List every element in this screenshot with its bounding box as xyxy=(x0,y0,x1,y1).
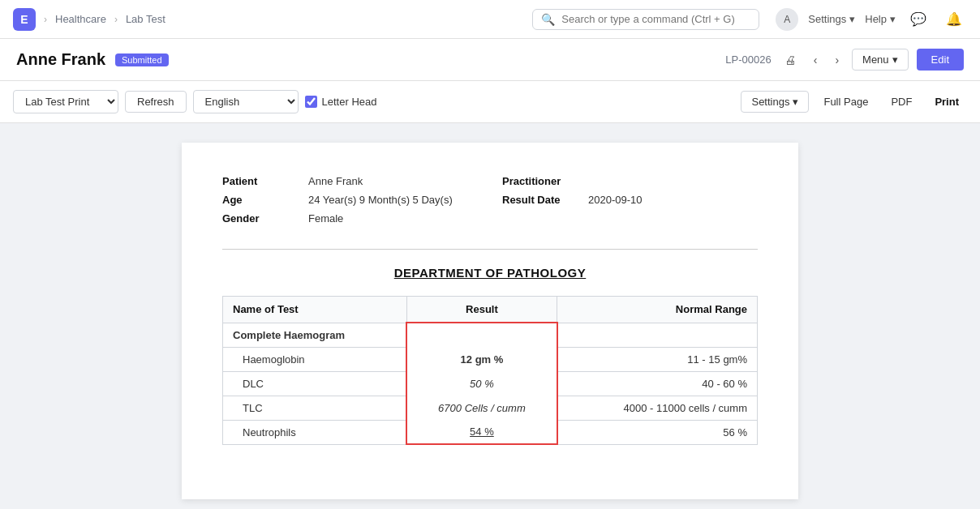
settings-dropdown-icon: ▾ xyxy=(793,96,798,108)
age-label: Age xyxy=(222,194,295,206)
help-nav-button[interactable]: Help ▾ xyxy=(865,13,896,25)
gender-label: Gender xyxy=(222,212,295,225)
col-test-name: Name of Test xyxy=(223,297,407,323)
normal-dlc: 40 - 60 % xyxy=(557,371,758,396)
dept-title: DEPARTMENT OF PATHOLOGY xyxy=(222,266,758,280)
normal-haemoglobin: 11 - 15 gm% xyxy=(557,347,758,371)
patient-label: Patient xyxy=(222,175,295,187)
doc-id: LP-00026 xyxy=(725,53,771,66)
test-name-dlc: DLC xyxy=(223,371,407,396)
print-toolbar: Lab Test Print Refresh English Letter He… xyxy=(0,81,980,123)
result-haemoglobin: 12 gm % xyxy=(406,347,557,371)
col-normal-range: Normal Range xyxy=(557,297,758,323)
patient-info-section: Patient Anne Frank Age 24 Year(s) 9 Mont… xyxy=(222,175,758,225)
normal-tlc: 4000 - 11000 cells / cumm xyxy=(557,396,758,420)
normal-neutrophils: 56 % xyxy=(557,420,758,444)
prev-icon[interactable]: ‹ xyxy=(809,50,823,70)
result-complete-haemogram xyxy=(406,323,557,347)
age-value: 24 Year(s) 9 Month(s) 5 Day(s) xyxy=(308,194,453,206)
age-row: Age 24 Year(s) 9 Month(s) 5 Day(s) xyxy=(222,194,478,206)
full-page-button[interactable]: Full Page xyxy=(815,92,876,112)
print-icon[interactable]: 🖨 xyxy=(780,50,801,70)
letter-head-checkbox[interactable] xyxy=(305,96,317,108)
patient-name: Anne Frank xyxy=(16,50,105,69)
topnav-right: A Settings ▾ Help ▾ 💬 🔔 xyxy=(776,8,967,31)
result-date-value: 2020-09-10 xyxy=(588,194,643,206)
subheader-right: LP-00026 🖨 ‹ › Menu ▾ Edit xyxy=(725,49,964,71)
breadcrumb-lab-test[interactable]: Lab Test xyxy=(126,13,165,25)
pdf-button[interactable]: PDF xyxy=(883,92,920,112)
print-button[interactable]: Print xyxy=(926,92,967,112)
normal-complete-haemogram xyxy=(557,323,758,347)
lab-test-table: Name of Test Result Normal Range Complet… xyxy=(222,296,758,445)
result-neutrophils: 54 % xyxy=(406,420,557,444)
subheader: Anne Frank Submitted LP-00026 🖨 ‹ › Menu… xyxy=(0,39,980,81)
menu-button[interactable]: Menu ▾ xyxy=(852,49,909,71)
table-row: TLC 6700 Cells / cumm 4000 - 11000 cells… xyxy=(223,396,758,420)
menu-chevron-icon: ▾ xyxy=(892,53,898,66)
test-name-neutrophils: Neutrophils xyxy=(223,420,407,444)
letter-head-label[interactable]: Letter Head xyxy=(305,96,377,108)
table-row: Complete Haemogram xyxy=(223,323,758,347)
bell-icon[interactable]: 🔔 xyxy=(941,8,967,30)
practitioner-row: Practitioner xyxy=(502,175,758,187)
main-content: Patient Anne Frank Age 24 Year(s) 9 Mont… xyxy=(0,123,980,509)
search-icon: 🔍 xyxy=(541,13,555,26)
test-name-complete-haemogram: Complete Haemogram xyxy=(223,323,407,347)
table-row: Haemoglobin 12 gm % 11 - 15 gm% xyxy=(223,347,758,371)
gender-value: Female xyxy=(308,212,343,225)
app-logo[interactable]: E xyxy=(13,8,36,31)
status-badge: Submitted xyxy=(115,53,169,66)
section-divider xyxy=(222,249,758,250)
top-nav: E › Healthcare › Lab Test 🔍 A Settings ▾… xyxy=(0,0,980,39)
test-name-tlc: TLC xyxy=(223,396,407,420)
result-date-row: Result Date 2020-09-10 xyxy=(502,194,758,206)
result-dlc: 50 % xyxy=(406,371,557,396)
search-input[interactable] xyxy=(561,13,750,25)
breadcrumb-sep-1: › xyxy=(44,14,47,25)
toolbar-actions: Settings ▾ Full Page PDF Print xyxy=(741,91,967,113)
breadcrumb-healthcare[interactable]: Healthcare xyxy=(55,13,106,25)
language-select[interactable]: English xyxy=(193,90,299,113)
settings-nav-button[interactable]: Settings ▾ xyxy=(808,13,855,25)
notifications-icon[interactable]: 💬 xyxy=(905,8,931,30)
avatar: A xyxy=(776,8,798,31)
test-name-haemoglobin: Haemoglobin xyxy=(223,347,407,371)
settings-print-button[interactable]: Settings ▾ xyxy=(741,91,809,113)
gender-row: Gender Female xyxy=(222,212,478,225)
table-header-row: Name of Test Result Normal Range xyxy=(223,297,758,323)
patient-row: Patient Anne Frank xyxy=(222,175,478,187)
breadcrumb-sep-2: › xyxy=(114,14,118,25)
search-box[interactable]: 🔍 xyxy=(532,9,759,30)
settings-chevron-icon: ▾ xyxy=(849,13,855,25)
result-date-label: Result Date xyxy=(502,194,575,206)
help-chevron-icon: ▾ xyxy=(890,13,896,25)
patient-value: Anne Frank xyxy=(308,175,363,187)
practitioner-label: Practitioner xyxy=(502,175,575,187)
print-template-select[interactable]: Lab Test Print xyxy=(13,90,118,113)
table-row: DLC 50 % 40 - 60 % xyxy=(223,371,758,396)
edit-button[interactable]: Edit xyxy=(917,49,964,71)
result-tlc: 6700 Cells / cumm xyxy=(406,396,557,420)
col-result: Result xyxy=(406,297,557,323)
table-row: Neutrophils 54 % 56 % xyxy=(223,420,758,444)
print-document: Patient Anne Frank Age 24 Year(s) 9 Mont… xyxy=(182,143,798,499)
refresh-button[interactable]: Refresh xyxy=(125,91,187,113)
next-icon[interactable]: › xyxy=(830,50,844,70)
